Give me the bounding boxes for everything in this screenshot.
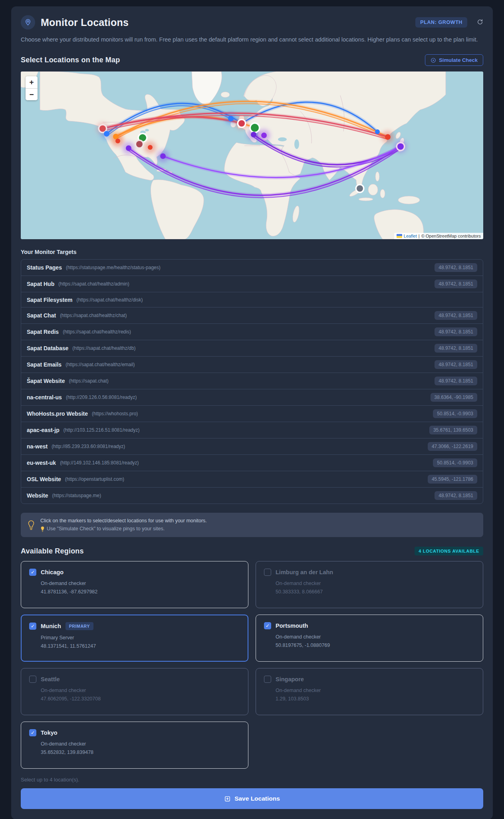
target-name: eu-west-uk <box>27 460 56 466</box>
region-checkbox[interactable] <box>264 569 271 576</box>
region-checkbox[interactable] <box>29 676 36 683</box>
target-url: (https://statuspage.me) <box>52 493 435 498</box>
region-subtitle: Primary Server <box>41 635 240 641</box>
europe-purple-checker-2[interactable] <box>261 133 267 138</box>
region-name: Singapore <box>276 676 304 682</box>
target-coords-badge: 47.3066, -122.2619 <box>428 442 477 451</box>
target-row[interactable]: eu-west-uk (http://149.102.146.185:8081/… <box>21 454 483 471</box>
region-checkbox[interactable] <box>29 569 36 576</box>
singapore-marker[interactable] <box>355 184 365 193</box>
tokyo-marker[interactable] <box>396 142 405 151</box>
panel-header: Monitor Locations PLAN: GROWTH <box>21 15 483 30</box>
map-attribution: Leaflet | © OpenStreetMap contributors <box>394 233 483 239</box>
region-checkbox[interactable] <box>264 676 271 683</box>
locations-available-badge: 4 LOCATIONS AVAILABLE <box>415 547 483 555</box>
target-coords-badge: 35.6761, 139.6503 <box>429 426 477 434</box>
us-red-checker-2[interactable] <box>148 145 153 150</box>
region-card-chicago[interactable]: Chicago On-demand checker 41.8781136, -8… <box>21 561 248 608</box>
leaflet-link[interactable]: Leaflet <box>404 234 417 238</box>
atlantic-checker[interactable] <box>228 116 234 121</box>
target-name: WhoHosts.pro Website <box>27 410 88 417</box>
target-coords-badge: 50.8514, -0.9903 <box>433 409 477 418</box>
target-name: Sapat Database <box>27 345 68 351</box>
target-url: (http://103.125.216.51:8081/readyz) <box>63 427 429 433</box>
target-row[interactable]: Status Pages (https://statuspage.me/heal… <box>21 260 483 276</box>
target-url: (https://sapat.chat/healthz/disk) <box>76 297 477 303</box>
region-checkbox[interactable] <box>264 622 271 629</box>
region-subtitle: On-demand checker <box>41 581 240 586</box>
target-coords-badge: 48.9742, 8.1851 <box>435 344 477 353</box>
target-coords-badge: 45.5945, -121.1786 <box>428 475 477 484</box>
target-name: OSL Website <box>27 476 61 482</box>
region-card-portsmouth[interactable]: Portsmouth On-demand checker 50.8197675,… <box>256 615 483 662</box>
target-url: (https://openstartuplist.com) <box>65 476 428 482</box>
target-coords-badge: 48.9742, 8.1851 <box>435 377 477 385</box>
zoom-in-button[interactable]: + <box>26 76 38 88</box>
region-coords: 1.29, 103.8503 <box>276 696 475 702</box>
region-card-tokyo[interactable]: Tokyo On-demand checker 35.652832, 139.8… <box>21 722 248 769</box>
target-row[interactable]: Sapat Redis (https://sapat.chat/healthz/… <box>21 323 483 340</box>
play-circle-icon <box>431 58 436 63</box>
target-name: Šapat Website <box>27 378 65 384</box>
target-coords-badge: 48.9742, 8.1851 <box>435 263 477 272</box>
us-purple-checker-2[interactable] <box>160 153 166 159</box>
save-icon <box>224 795 231 802</box>
target-row[interactable]: na-west (http://85.239.233.60:8081/ready… <box>21 438 483 454</box>
munich-marker[interactable] <box>250 123 260 133</box>
region-card-seattle[interactable]: Seattle On-demand checker 47.6062095, -1… <box>21 668 248 715</box>
region-card-munich[interactable]: Munich PRIMARY Primary Server 48.1371541… <box>21 615 248 662</box>
world-map[interactable]: + − Leaflet | © OpenStreetMap contributo… <box>21 71 483 239</box>
target-name: Sapat Chat <box>27 312 56 319</box>
target-name: Website <box>27 492 48 499</box>
target-row[interactable]: OSL Website (https://openstartuplist.com… <box>21 471 483 487</box>
us-purple-checker[interactable] <box>126 145 131 151</box>
page-description: Choose where your distributed monitors w… <box>21 35 483 44</box>
simulate-check-button[interactable]: Simulate Check <box>425 54 483 66</box>
region-checkbox[interactable] <box>29 623 36 630</box>
na-central-us-marker[interactable] <box>135 140 144 149</box>
target-url: (https://sapat.chat/healthz/chat) <box>60 313 435 318</box>
region-subtitle: On-demand checker <box>41 688 240 693</box>
target-coords-badge: 38.6364, -90.1985 <box>431 393 477 402</box>
target-row[interactable]: Šapat Website (https://sapat.chat) 48.97… <box>21 373 483 389</box>
page-title: Monitor Locations <box>41 17 410 28</box>
region-subtitle: On-demand checker <box>276 688 475 693</box>
target-coords-badge: 48.9742, 8.1851 <box>435 360 477 369</box>
us-orange-checker[interactable] <box>113 134 119 139</box>
save-locations-button[interactable]: Save Locations <box>21 788 483 809</box>
portsmouth-marker[interactable] <box>237 119 246 128</box>
asia-red-checker[interactable] <box>385 134 391 140</box>
target-coords-badge: 48.9742, 8.1851 <box>435 491 477 500</box>
target-row[interactable]: apac-east-jp (http://103.125.216.51:8081… <box>21 422 483 438</box>
target-row[interactable]: Sapat Database (https://sapat.chat/healt… <box>21 340 483 356</box>
simulate-check-label: Simulate Check <box>439 57 478 63</box>
target-row[interactable]: na-central-us (http://209.126.0.56:8081/… <box>21 389 483 405</box>
asia-blue-checker[interactable] <box>375 129 380 134</box>
region-card-limburg-an-der-lahn[interactable]: Limburg an der Lahn On-demand checker 50… <box>256 561 483 608</box>
target-url: (https://whohosts.pro) <box>92 411 433 416</box>
region-name: Munich <box>41 623 61 629</box>
europe-purple-checker[interactable] <box>251 132 256 137</box>
selection-limit-note: Select up to 4 location(s). <box>21 777 483 783</box>
target-row[interactable]: Sapat Emails (https://sapat.chat/healthz… <box>21 356 483 373</box>
refresh-button[interactable] <box>477 19 483 26</box>
region-card-singapore[interactable]: Singapore On-demand checker 1.29, 103.85… <box>256 668 483 715</box>
target-row[interactable]: Sapat Hub (https://sapat.chat/healthz/ad… <box>21 276 483 292</box>
bulb-emoji-icon <box>40 526 45 532</box>
target-row[interactable]: Website (https://statuspage.me) 48.9742,… <box>21 487 483 504</box>
target-name: Sapat Emails <box>27 361 62 368</box>
target-url: (https://sapat.chat/healthz/redis) <box>63 329 435 335</box>
map-zoom-control: + − <box>26 76 38 100</box>
target-name: apac-east-jp <box>27 427 60 433</box>
target-row[interactable]: WhoHosts.pro Website (https://whohosts.p… <box>21 405 483 422</box>
target-row[interactable]: Sapat Filesystem (https://sapat.chat/hea… <box>21 292 483 307</box>
us-red-checker[interactable] <box>115 139 120 143</box>
save-locations-label: Save Locations <box>234 795 280 802</box>
target-row[interactable]: Sapat Chat (https://sapat.chat/healthz/c… <box>21 307 483 323</box>
region-checkbox[interactable] <box>29 729 36 736</box>
targets-heading: Your Monitor Targets <box>21 249 483 255</box>
na-west-checker[interactable] <box>104 131 109 137</box>
region-subtitle: On-demand checker <box>276 634 475 640</box>
target-coords-badge: 48.9742, 8.1851 <box>435 327 477 336</box>
zoom-out-button[interactable]: − <box>26 88 38 100</box>
